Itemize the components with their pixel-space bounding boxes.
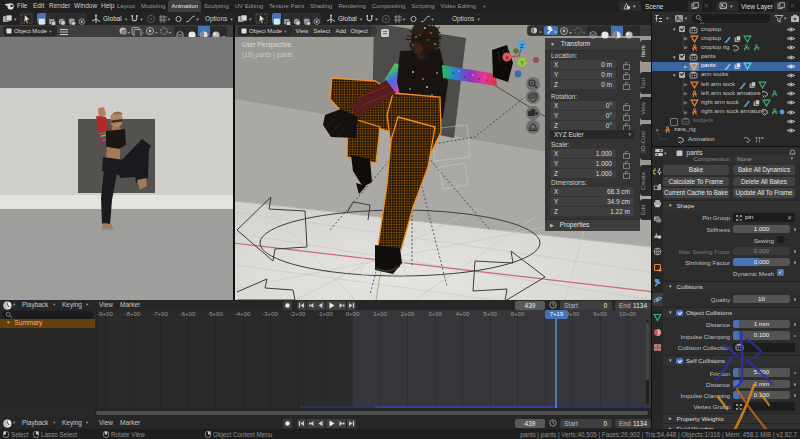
svg-text:(19) pants | pants: (19) pants | pants	[242, 51, 293, 59]
svg-text:Y: Y	[520, 60, 524, 66]
svg-text:X: X	[505, 55, 509, 61]
svg-text:User Perspective: User Perspective	[242, 41, 292, 49]
